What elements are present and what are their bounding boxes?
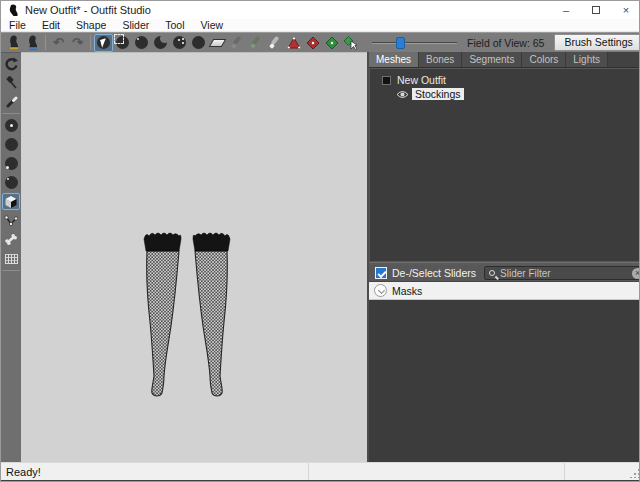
right-panel: Meshes Bones Segments Colors Lights New … <box>369 52 640 462</box>
slider-filter-box[interactable]: × <box>484 266 640 280</box>
color-brush-icon <box>249 36 262 49</box>
masks-section-header[interactable]: Masks <box>369 282 640 300</box>
alpha-brush-button[interactable] <box>265 34 284 52</box>
brush-settings-button[interactable]: Brush Settings <box>554 34 640 51</box>
deflate-brush-button[interactable] <box>151 34 170 52</box>
menu-shape[interactable]: Shape <box>68 19 114 31</box>
collapse-vertex-icon <box>287 36 301 50</box>
rotate-view-button[interactable] <box>2 55 20 72</box>
grid-icon <box>5 254 18 264</box>
vertex-edit-button[interactable] <box>2 212 20 229</box>
tree-root-label[interactable]: New Outfit <box>397 74 446 86</box>
tab-segments[interactable]: Segments <box>462 52 522 67</box>
split-edge-button[interactable] <box>322 34 341 52</box>
close-button[interactable]: × <box>611 1 640 19</box>
weight-brush-button[interactable] <box>227 34 246 52</box>
slider-filter-input[interactable] <box>500 268 632 279</box>
mask-brush-icon <box>116 36 129 49</box>
minimize-button[interactable]: – <box>551 1 581 19</box>
deselect-sliders-checkbox[interactable] <box>375 267 387 279</box>
title-bar[interactable]: New Outfit* - Outfit Studio – × <box>1 1 640 19</box>
weight-brush-icon <box>230 36 243 49</box>
smooth-brush-icon <box>5 176 18 189</box>
mask-brush-button[interactable] <box>113 34 132 52</box>
main-area: Meshes Bones Segments Colors Lights New … <box>1 52 640 462</box>
chevron-down-icon[interactable] <box>374 284 387 297</box>
undiff-brush-button[interactable] <box>208 34 227 52</box>
pin-button[interactable] <box>2 74 20 91</box>
new-project-button[interactable] <box>4 34 23 52</box>
pin-icon <box>5 76 18 89</box>
smooth-brush-button[interactable] <box>189 34 208 52</box>
cube-mode-button[interactable] <box>2 193 20 210</box>
slider-handle[interactable] <box>396 37 405 49</box>
paint-brush-button[interactable] <box>2 93 20 110</box>
clear-filter-icon[interactable]: × <box>632 268 640 279</box>
window-controls: – × <box>551 1 640 19</box>
menu-tool[interactable]: Tool <box>157 19 192 31</box>
left-smooth-brush-button[interactable] <box>2 174 20 191</box>
left-deflate-brush-button[interactable] <box>2 155 20 172</box>
left-mask-brush-button[interactable] <box>2 117 20 134</box>
menu-view[interactable]: View <box>193 19 232 31</box>
load-project-button[interactable] <box>23 34 42 52</box>
new-project-icon <box>6 35 21 51</box>
slider-track <box>372 42 457 44</box>
app-logo-icon <box>8 4 19 17</box>
inflate-brush-icon <box>135 36 148 49</box>
viewport-3d[interactable] <box>21 52 367 462</box>
visibility-eye-icon[interactable] <box>396 90 409 99</box>
left-inflate-brush-button[interactable] <box>2 136 20 153</box>
left-toolbar-separator <box>2 270 20 271</box>
bone-icon <box>4 233 18 246</box>
field-of-view-slider[interactable] <box>372 36 457 50</box>
grid-toggle-button[interactable] <box>2 250 20 267</box>
rotate-view-icon <box>4 57 18 71</box>
slider-toolbar: De-/Select Sliders × <box>369 265 640 282</box>
deflate-brush-icon <box>154 36 167 49</box>
menu-edit[interactable]: Edit <box>34 19 68 31</box>
status-message-section: Ready! <box>1 463 309 480</box>
flip-edge-button[interactable] <box>303 34 322 52</box>
bone-edit-button[interactable] <box>2 231 20 248</box>
undo-button[interactable]: ↶ <box>49 34 68 52</box>
tab-bones[interactable]: Bones <box>419 52 462 67</box>
toolbar-separator <box>90 35 91 50</box>
collapse-icon[interactable] <box>382 76 391 85</box>
tab-colors[interactable]: Colors <box>522 52 566 67</box>
deselect-sliders-label[interactable]: De-/Select Sliders <box>392 267 476 279</box>
deflate-brush-icon <box>5 157 18 170</box>
menu-file[interactable]: File <box>1 19 34 31</box>
left-toolbar <box>1 52 21 462</box>
collapse-vertex-button[interactable] <box>284 34 303 52</box>
smooth-brush-icon <box>192 36 205 49</box>
tree-item-new-outfit[interactable]: New Outfit <box>370 73 640 87</box>
move-vertex-icon <box>343 35 358 50</box>
move-vertex-button[interactable] <box>341 34 360 52</box>
menu-slider[interactable]: Slider <box>114 19 157 31</box>
color-brush-button[interactable] <box>246 34 265 52</box>
stockings-mesh[interactable] <box>141 230 233 400</box>
move-brush-button[interactable] <box>170 34 189 52</box>
undo-icon: ↶ <box>53 36 64 49</box>
tab-lights[interactable]: Lights <box>566 52 608 67</box>
select-tool-button[interactable] <box>94 34 113 52</box>
status-middle-section <box>309 463 565 480</box>
minimize-icon: – <box>563 4 569 16</box>
masks-label: Masks <box>392 285 422 297</box>
split-edge-icon <box>325 36 339 50</box>
paint-brush-icon <box>5 95 18 108</box>
tree-item-label[interactable]: Stockings <box>412 88 464 100</box>
move-brush-icon <box>173 36 186 49</box>
select-tool-icon <box>97 36 110 49</box>
redo-button[interactable]: ↷ <box>68 34 87 52</box>
tree-item-stockings[interactable]: Stockings <box>370 87 640 101</box>
outfit-studio-window: New Outfit* - Outfit Studio – × File Edi… <box>0 0 640 482</box>
field-of-view-label: Field of View: 65 <box>467 37 544 49</box>
panel-tab-bar: Meshes Bones Segments Colors Lights <box>369 52 640 68</box>
resize-grip[interactable] <box>629 468 639 478</box>
inflate-brush-button[interactable] <box>132 34 151 52</box>
maximize-button[interactable] <box>581 1 611 19</box>
tab-meshes[interactable]: Meshes <box>369 52 419 67</box>
slider-list-area <box>369 300 640 462</box>
